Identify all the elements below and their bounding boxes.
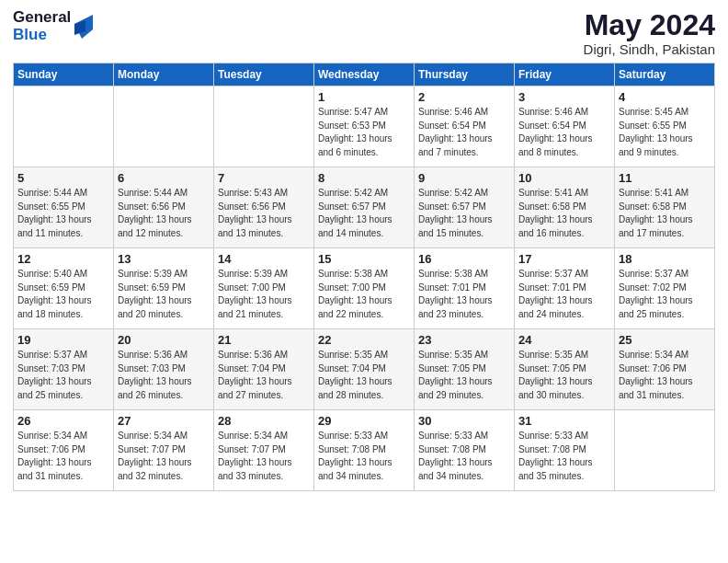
day-number: 9 [418,171,510,185]
calendar-cell: 31Sunrise: 5:33 AM Sunset: 7:08 PM Dayli… [515,410,615,491]
day-info: Sunrise: 5:37 AM Sunset: 7:03 PM Dayligh… [17,349,109,402]
day-number: 15 [318,252,410,266]
logo: General Blue [13,9,93,43]
calendar-title: May 2024 [584,9,715,41]
calendar-week-4: 19Sunrise: 5:37 AM Sunset: 7:03 PM Dayli… [14,329,715,410]
calendar-cell: 25Sunrise: 5:34 AM Sunset: 7:06 PM Dayli… [615,329,715,410]
day-info: Sunrise: 5:38 AM Sunset: 7:01 PM Dayligh… [418,268,510,321]
day-info: Sunrise: 5:33 AM Sunset: 7:08 PM Dayligh… [418,430,510,483]
calendar-cell [14,86,114,167]
calendar-header: Sunday Monday Tuesday Wednesday Thursday… [14,63,715,86]
day-number: 20 [118,333,210,347]
calendar-week-5: 26Sunrise: 5:34 AM Sunset: 7:06 PM Dayli… [14,410,715,491]
day-number: 27 [118,414,210,428]
calendar-week-2: 5Sunrise: 5:44 AM Sunset: 6:55 PM Daylig… [14,167,715,248]
calendar-cell: 1Sunrise: 5:47 AM Sunset: 6:53 PM Daylig… [314,86,415,167]
day-number: 28 [218,414,310,428]
logo-text: General Blue [13,9,71,43]
day-info: Sunrise: 5:47 AM Sunset: 6:53 PM Dayligh… [318,106,410,159]
day-info: Sunrise: 5:46 AM Sunset: 6:54 PM Dayligh… [518,106,610,159]
day-number: 31 [518,414,610,428]
calendar-table: Sunday Monday Tuesday Wednesday Thursday… [13,63,715,491]
day-info: Sunrise: 5:44 AM Sunset: 6:55 PM Dayligh… [17,187,109,240]
day-info: Sunrise: 5:34 AM Sunset: 7:07 PM Dayligh… [218,430,310,483]
day-number: 16 [418,252,510,266]
day-info: Sunrise: 5:36 AM Sunset: 7:04 PM Dayligh… [218,349,310,402]
day-info: Sunrise: 5:41 AM Sunset: 6:58 PM Dayligh… [518,187,610,240]
calendar-cell: 15Sunrise: 5:38 AM Sunset: 7:00 PM Dayli… [314,248,415,329]
calendar-cell: 10Sunrise: 5:41 AM Sunset: 6:58 PM Dayli… [515,167,615,248]
logo-bird-icon [74,15,93,39]
calendar-cell: 17Sunrise: 5:37 AM Sunset: 7:01 PM Dayli… [515,248,615,329]
day-info: Sunrise: 5:34 AM Sunset: 7:06 PM Dayligh… [17,430,109,483]
day-info: Sunrise: 5:33 AM Sunset: 7:08 PM Dayligh… [318,430,410,483]
header-monday: Monday [114,63,214,86]
day-number: 4 [619,90,711,104]
day-number: 17 [518,252,610,266]
day-info: Sunrise: 5:42 AM Sunset: 6:57 PM Dayligh… [318,187,410,240]
calendar-cell: 9Sunrise: 5:42 AM Sunset: 6:57 PM Daylig… [415,167,515,248]
calendar-cell [615,410,715,491]
title-block: May 2024 Digri, Sindh, Pakistan [584,9,715,57]
day-number: 19 [17,333,109,347]
day-number: 23 [418,333,510,347]
header: General Blue May 2024 Digri, Sindh, Paki… [13,9,715,57]
calendar-cell [114,86,214,167]
day-number: 21 [218,333,310,347]
calendar-cell: 5Sunrise: 5:44 AM Sunset: 6:55 PM Daylig… [14,167,114,248]
calendar-cell: 13Sunrise: 5:39 AM Sunset: 6:59 PM Dayli… [114,248,214,329]
day-number: 14 [218,252,310,266]
calendar-cell: 27Sunrise: 5:34 AM Sunset: 7:07 PM Dayli… [114,410,214,491]
calendar-cell: 6Sunrise: 5:44 AM Sunset: 6:56 PM Daylig… [114,167,214,248]
day-number: 1 [318,90,410,104]
calendar-cell: 19Sunrise: 5:37 AM Sunset: 7:03 PM Dayli… [14,329,114,410]
day-number: 25 [619,333,711,347]
calendar-cell: 20Sunrise: 5:36 AM Sunset: 7:03 PM Dayli… [114,329,214,410]
day-info: Sunrise: 5:35 AM Sunset: 7:05 PM Dayligh… [518,349,610,402]
day-number: 7 [218,171,310,185]
page-container: General Blue May 2024 Digri, Sindh, Paki… [0,0,728,500]
calendar-cell: 29Sunrise: 5:33 AM Sunset: 7:08 PM Dayli… [314,410,415,491]
header-wednesday: Wednesday [314,63,415,86]
day-info: Sunrise: 5:45 AM Sunset: 6:55 PM Dayligh… [619,106,711,159]
day-number: 6 [118,171,210,185]
calendar-cell: 23Sunrise: 5:35 AM Sunset: 7:05 PM Dayli… [415,329,515,410]
day-number: 5 [17,171,109,185]
calendar-cell: 12Sunrise: 5:40 AM Sunset: 6:59 PM Dayli… [14,248,114,329]
day-info: Sunrise: 5:39 AM Sunset: 7:00 PM Dayligh… [218,268,310,321]
day-info: Sunrise: 5:39 AM Sunset: 6:59 PM Dayligh… [118,268,210,321]
day-info: Sunrise: 5:43 AM Sunset: 6:56 PM Dayligh… [218,187,310,240]
calendar-cell: 2Sunrise: 5:46 AM Sunset: 6:54 PM Daylig… [415,86,515,167]
day-info: Sunrise: 5:42 AM Sunset: 6:57 PM Dayligh… [418,187,510,240]
day-number: 24 [518,333,610,347]
day-number: 26 [17,414,109,428]
calendar-cell: 18Sunrise: 5:37 AM Sunset: 7:02 PM Dayli… [615,248,715,329]
calendar-cell: 22Sunrise: 5:35 AM Sunset: 7:04 PM Dayli… [314,329,415,410]
calendar-cell: 4Sunrise: 5:45 AM Sunset: 6:55 PM Daylig… [615,86,715,167]
day-number: 22 [318,333,410,347]
day-info: Sunrise: 5:35 AM Sunset: 7:05 PM Dayligh… [418,349,510,402]
day-number: 12 [17,252,109,266]
day-info: Sunrise: 5:41 AM Sunset: 6:58 PM Dayligh… [619,187,711,240]
day-info: Sunrise: 5:36 AM Sunset: 7:03 PM Dayligh… [118,349,210,402]
calendar-cell: 11Sunrise: 5:41 AM Sunset: 6:58 PM Dayli… [615,167,715,248]
header-sunday: Sunday [14,63,114,86]
header-thursday: Thursday [415,63,515,86]
calendar-cell [214,86,314,167]
calendar-cell: 3Sunrise: 5:46 AM Sunset: 6:54 PM Daylig… [515,86,615,167]
calendar-week-3: 12Sunrise: 5:40 AM Sunset: 6:59 PM Dayli… [14,248,715,329]
day-info: Sunrise: 5:35 AM Sunset: 7:04 PM Dayligh… [318,349,410,402]
calendar-cell: 26Sunrise: 5:34 AM Sunset: 7:06 PM Dayli… [14,410,114,491]
day-number: 29 [318,414,410,428]
day-number: 3 [518,90,610,104]
calendar-week-1: 1Sunrise: 5:47 AM Sunset: 6:53 PM Daylig… [14,86,715,167]
day-number: 30 [418,414,510,428]
day-number: 18 [619,252,711,266]
day-info: Sunrise: 5:33 AM Sunset: 7:08 PM Dayligh… [518,430,610,483]
day-info: Sunrise: 5:44 AM Sunset: 6:56 PM Dayligh… [118,187,210,240]
calendar-cell: 21Sunrise: 5:36 AM Sunset: 7:04 PM Dayli… [214,329,314,410]
day-info: Sunrise: 5:37 AM Sunset: 7:01 PM Dayligh… [518,268,610,321]
day-info: Sunrise: 5:37 AM Sunset: 7:02 PM Dayligh… [619,268,711,321]
day-number: 11 [619,171,711,185]
calendar-cell: 24Sunrise: 5:35 AM Sunset: 7:05 PM Dayli… [515,329,615,410]
